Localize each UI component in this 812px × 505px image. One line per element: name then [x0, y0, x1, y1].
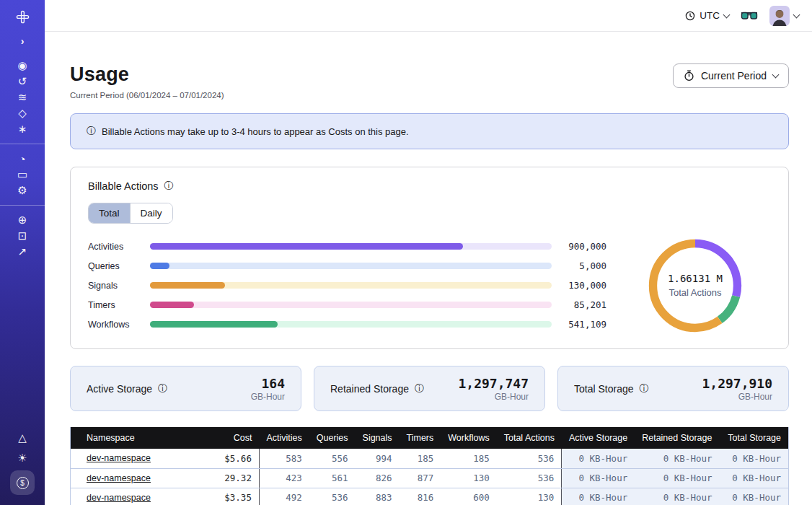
credits-button[interactable]: $	[10, 470, 35, 495]
bar-value: 85,201	[562, 299, 606, 310]
bar-value: 900,000	[562, 241, 606, 252]
user-menu[interactable]	[769, 6, 799, 26]
table-row: dev-namespace $5.66 583 556 994 185 185 …	[71, 449, 789, 468]
settings-icon[interactable]: ⚙	[0, 183, 45, 198]
cost-cell: 29.32	[204, 468, 259, 488]
topbar: UTC	[45, 0, 812, 32]
active-storage-cell: 0 KB-Hour	[562, 468, 635, 488]
tab-daily[interactable]: Daily	[130, 203, 172, 223]
active-storage-label: Active Storage	[87, 383, 152, 395]
namespace-link[interactable]: dev-namespace	[87, 473, 151, 483]
active-storage-cell: 0 KB-Hour	[562, 449, 635, 468]
period-selector-button[interactable]: Current Period	[673, 63, 789, 88]
active-storage-unit: GB-Hour	[251, 392, 285, 402]
info-icon[interactable]: ⓘ	[164, 180, 174, 193]
cost-cell: $3.35	[204, 488, 259, 505]
namespace-link[interactable]: dev-namespace	[87, 453, 151, 463]
info-icon[interactable]: ⓘ	[415, 382, 424, 395]
col-total-actions: Total Actions	[497, 427, 562, 449]
theme-toggle-icon[interactable]: ☀	[0, 450, 45, 466]
total-actions-cell: 130	[497, 488, 562, 505]
total-storage-cell: 0 KB-Hour	[719, 449, 788, 468]
col-active-storage: Active Storage	[562, 427, 635, 449]
queries-cell: 556	[309, 449, 356, 468]
temporal-logo-icon[interactable]	[0, 9, 45, 25]
billable-actions-chart: Activities 900,000 Queries 5,000 Signals…	[88, 237, 771, 334]
period-button-label: Current Period	[701, 70, 767, 82]
bar-row-activities: Activities 900,000	[88, 237, 606, 256]
col-workflows: Workflows	[441, 427, 496, 449]
support-icon[interactable]: ⊕	[0, 212, 45, 228]
bar-label: Timers	[88, 300, 141, 310]
total-storage-cell: 0 KB-Hour	[719, 488, 788, 505]
info-icon: ⓘ	[87, 125, 96, 138]
feedback-icon[interactable]: ⊡	[0, 228, 45, 244]
glasses-icon[interactable]	[741, 11, 758, 21]
workflows-icon[interactable]: ↺	[0, 74, 45, 89]
sidebar-divider	[0, 144, 45, 144]
bar-activities	[150, 243, 463, 250]
activities-cell: 583	[259, 449, 309, 468]
activities-cell: 423	[259, 468, 309, 488]
timezone-selector[interactable]: UTC	[685, 10, 729, 21]
bar-row-workflows: Workflows 541,109	[88, 315, 606, 334]
schedules-icon[interactable]: ∗	[0, 121, 45, 137]
col-retained-storage: Retained Storage	[635, 427, 719, 449]
bar-label: Activities	[88, 242, 141, 252]
nexus-icon[interactable]: ◇	[0, 105, 45, 121]
bar-label: Queries	[88, 261, 141, 271]
cost-cell: $5.66	[204, 449, 259, 468]
chevron-down-icon	[772, 71, 780, 79]
labs-icon[interactable]: △	[0, 430, 45, 446]
table-header-row: Namespace Cost Activities Queries Signal…	[71, 427, 789, 449]
retained-storage-cell: 0 KB-Hour	[635, 488, 719, 505]
bar-row-timers: Timers 85,201	[88, 295, 606, 315]
workflows-cell: 600	[441, 488, 496, 505]
sidebar-expand-icon[interactable]: ›	[0, 33, 45, 49]
info-icon[interactable]: ⓘ	[158, 382, 167, 395]
getting-started-icon[interactable]: ↗	[0, 244, 45, 260]
col-queries: Queries	[309, 427, 356, 449]
retained-storage-cell: 0 KB-Hour	[635, 468, 719, 488]
col-total-storage: Total Storage	[719, 427, 788, 449]
dollar-coin-icon: $	[17, 477, 29, 489]
signals-cell: 883	[356, 488, 400, 505]
namespaces-icon[interactable]: ◉	[0, 58, 45, 74]
timers-cell: 185	[400, 449, 441, 468]
billable-actions-title: Billable Actions	[88, 180, 159, 192]
bar-row-signals: Signals 130,000	[88, 276, 606, 295]
chevron-down-icon	[793, 11, 800, 18]
bar-signals	[150, 282, 225, 289]
current-period-subtitle: Current Period (06/01/2024 – 07/01/2024)	[70, 91, 224, 100]
stopwatch-icon	[684, 70, 694, 82]
bar-timers	[150, 302, 194, 308]
tab-total[interactable]: Total	[89, 203, 130, 223]
active-storage-value: 164	[251, 376, 285, 391]
namespace-usage-table: Namespace Cost Activities Queries Signal…	[70, 427, 789, 505]
main-area: UTC Usage Current Period (06/01/2024 – 0…	[45, 0, 812, 505]
signals-cell: 826	[356, 468, 400, 488]
page-title: Usage	[70, 63, 224, 86]
active-storage-cell: 0 KB-Hour	[562, 488, 635, 505]
table-row: dev-namespace 29.32 423 561 826 877 130 …	[71, 468, 789, 488]
table-row: dev-namespace $3.35 492 536 883 816 600 …	[71, 488, 789, 505]
total-actions-label: Total Actions	[669, 287, 722, 298]
deployments-icon[interactable]: ≋	[0, 89, 45, 105]
namespace-link[interactable]: dev-namespace	[87, 493, 151, 503]
info-icon[interactable]: ⓘ	[640, 382, 649, 395]
total-actions-donut: 1.66131 M Total Actions	[648, 239, 742, 333]
workflows-cell: 185	[441, 449, 496, 468]
timezone-label: UTC	[700, 10, 720, 21]
chevron-down-icon	[723, 11, 731, 18]
total-storage-unit: GB-Hour	[702, 392, 772, 402]
bar-value: 5,000	[562, 260, 606, 271]
avatar	[769, 6, 790, 26]
bar-value: 130,000	[562, 280, 606, 291]
usage-icon[interactable]: ◔	[0, 151, 45, 167]
retained-storage-value: 1,297,747	[458, 376, 529, 391]
retained-storage-card: Retained Storage ⓘ 1,297,747 GB-Hour	[314, 366, 545, 411]
col-signals: Signals	[356, 427, 400, 449]
billing-icon[interactable]: ▭	[0, 167, 45, 183]
total-actions-cell: 536	[497, 449, 562, 468]
clock-icon	[685, 11, 695, 21]
